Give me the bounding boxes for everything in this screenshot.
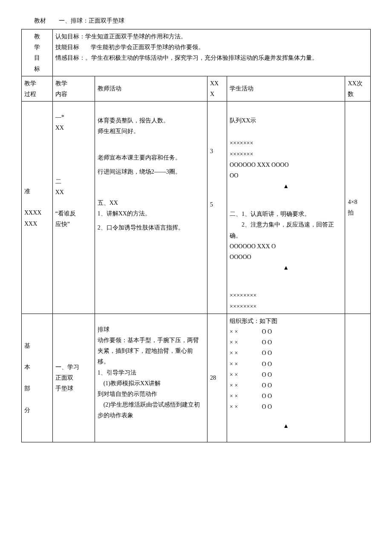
formation-row: × × O O: [230, 391, 342, 401]
prep-time: 3 5: [207, 102, 227, 314]
th-time: XX X: [207, 76, 227, 101]
prep-student1a: 队列XX示: [230, 115, 342, 126]
basic-teacher-f: (2)学生思维活跃由尝试感悟到建立初步的动作表象: [98, 399, 205, 421]
prep-student2a: 二、1、认真听讲，明确要求。: [230, 209, 342, 219]
prep-teacher2b: 1、讲解XX的方法。: [98, 208, 205, 219]
prep-student2b: 2、注意力集中，反应迅速，回答正确。: [230, 219, 342, 241]
prep-time2: 5: [210, 199, 224, 210]
th-content: 教学 内容: [52, 76, 95, 101]
prep-student: 队列XX示 ××××××× ××××××× OOOOOO XXX OOOO OO…: [227, 102, 345, 314]
basic-teacher-a: 排球: [98, 324, 205, 335]
prep-row: 准 XXXX XXX —* XX 二 XX “看谁反 应快” 体育委员整队，报告…: [22, 102, 371, 314]
prep-count: 4×8 拍: [345, 102, 371, 314]
material-text: 一、排球：正面双手垫球: [59, 17, 124, 25]
prep-student2d: ×××××××× ××××××××: [230, 290, 342, 311]
basic-row: 基 本 部 分 一、学习 正面双 手垫球 排球 动作要领：基本手型，手腕下压，两…: [22, 314, 371, 442]
th-student: 学生活动: [227, 76, 345, 101]
basic-teacher-c: 1、引导学习法: [98, 367, 205, 378]
prep-teacher1b: 老师宣布本课主要内容和任务。: [98, 152, 205, 163]
formation-row: × × O O: [230, 359, 342, 369]
table-header-row: 教学 过程 教学 内容 教师活动 XX X 学生活动 XX次 数: [22, 76, 371, 101]
prep-content: —* XX 二 XX “看谁反 应快”: [52, 102, 95, 314]
formation-row: × × O O: [230, 326, 342, 337]
prep-student1b: ××××××× ×××××××: [230, 138, 342, 159]
goals-row: 教 学 目 标 认知目标：学生知道正面双手垫球的作用和方法。 技能目标 学生能初…: [22, 29, 371, 76]
formation-row: × × O O: [230, 369, 342, 380]
prep-student1c: OOOOOO XXX OOOO OO: [230, 160, 342, 181]
prep-time1: 3: [210, 146, 224, 157]
basic-process: 基 本 部 分: [22, 314, 53, 442]
th-teacher: 教师活动: [95, 76, 207, 101]
lesson-plan-table: 教 学 目 标 认知目标：学生知道正面双手垫球的作用和方法。 技能目标 学生能初…: [21, 29, 371, 442]
basic-teacher-d: (1)教师模拟示XX讲解: [98, 378, 205, 389]
header-line: 教材 一、排球：正面双手垫球: [21, 17, 371, 25]
basic-student: 组织形式：如下图 × × O O × × O O × × O O × × O O…: [227, 314, 345, 442]
prep-teacher1a: 体育委员整队，报告人数。 师生相互问好。: [98, 115, 205, 137]
basic-count: [345, 314, 371, 442]
formation-row: × × O O: [230, 337, 342, 348]
basic-content: 一、学习 正面双 手垫球: [52, 314, 95, 442]
basic-time: 28: [207, 314, 227, 442]
prep-teacher: 体育委员整队，报告人数。 师生相互问好。 老师宣布本课主要内容和任务。 行进间运…: [95, 102, 207, 314]
prep-content2: 二 XX “看谁反 应快”: [55, 176, 92, 230]
goals-label: 教 学 目 标: [22, 29, 53, 76]
triangle-icon: ▲: [230, 181, 342, 192]
basic-teacher-b: 动作要领：基本手型，手腕下压，两臂夹紧，插到球下，蹬地抬臂，重心前移。: [98, 335, 205, 367]
prep-teacher2a: 五、XX: [98, 198, 205, 208]
formation-row: × × O O: [230, 348, 342, 358]
prep-teacher1c: 行进间运球跑，绕场2——3圈。: [98, 166, 205, 177]
triangle-icon: ▲: [230, 421, 342, 431]
goal-skill: 技能目标 学生能初步学会正面双手垫球的动作要领。: [55, 42, 368, 52]
basic-teacher: 排球 动作要领：基本手型，手腕下压，两臂夹紧，插到球下，蹬地抬臂，重心前移。 1…: [95, 314, 207, 442]
prep-teacher2c: 2、口令加诱导性肢体语言指挥。: [98, 222, 205, 233]
prep-content1: —* XX: [55, 112, 92, 133]
goals-content: 认知目标：学生知道正面双手垫球的作用和方法。 技能目标 学生能初步学会正面双手垫…: [52, 29, 370, 76]
goal-cognitive: 认知目标：学生知道正面双手垫球的作用和方法。: [55, 31, 368, 42]
basic-teacher-e: 到对墙自垫的示范动作: [98, 389, 205, 399]
prep-process: 准 XXXX XXX: [22, 102, 53, 314]
goal-emotion: 情感目标：。学生在积极主动的学练活动中，探究学习，充分体验排球运动的乐趣并发挥集…: [55, 52, 368, 63]
formation-row: × × O O: [230, 401, 342, 412]
th-count: XX次 数: [345, 76, 371, 101]
th-process: 教学 过程: [22, 76, 53, 101]
triangle-icon: ▲: [230, 262, 342, 273]
material-label: 教材: [34, 17, 46, 25]
prep-student2c: OOOOOO XXX O OOOOO: [230, 241, 342, 262]
basic-student-head: 组织形式：如下图: [230, 316, 342, 326]
formation-row: × × O O: [230, 380, 342, 391]
